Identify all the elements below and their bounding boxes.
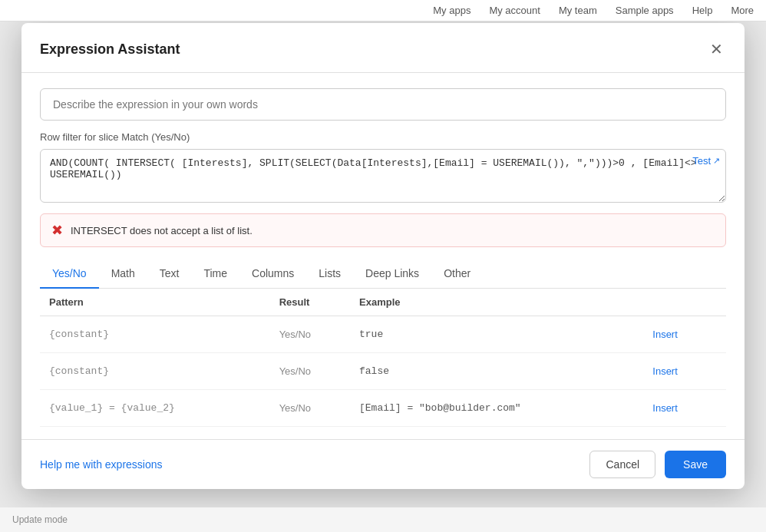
nav-my-apps[interactable]: My apps bbox=[433, 5, 470, 16]
modal-header: Expression Assistant ✕ bbox=[21, 23, 745, 73]
test-label: Test bbox=[692, 155, 711, 167]
expression-assistant-modal: Expression Assistant ✕ Row filter for sl… bbox=[21, 23, 745, 489]
col-action bbox=[637, 289, 726, 316]
expression-textarea[interactable]: AND(COUNT( INTERSECT( [Interests], SPLIT… bbox=[40, 149, 726, 203]
modal-footer: Help me with expressions Cancel Save bbox=[21, 439, 745, 489]
pattern-cell: {value_1} = {value_2} bbox=[40, 390, 270, 427]
table-row: {constant} Yes/No false Insert bbox=[40, 353, 726, 390]
table-row: {value_1} = {value_2} Yes/No [Email] = "… bbox=[40, 390, 726, 427]
tab-text[interactable]: Text bbox=[147, 259, 192, 289]
error-icon: ✖ bbox=[51, 222, 63, 239]
tab-math[interactable]: Math bbox=[99, 259, 147, 289]
col-pattern: Pattern bbox=[40, 289, 270, 316]
col-example: Example bbox=[350, 289, 637, 316]
footer-actions: Cancel Save bbox=[589, 451, 726, 478]
tabs-bar: Yes/No Math Text Time Columns Lists Deep… bbox=[40, 259, 726, 289]
modal-title: Expression Assistant bbox=[40, 41, 180, 58]
tab-other[interactable]: Other bbox=[431, 259, 483, 289]
tab-time[interactable]: Time bbox=[191, 259, 239, 289]
nav-my-account[interactable]: My account bbox=[489, 5, 540, 16]
expression-area-wrapper: AND(COUNT( INTERSECT( [Interests], SPLIT… bbox=[40, 149, 726, 206]
bottom-bar: Update mode bbox=[0, 507, 766, 532]
external-link-icon: ↗ bbox=[713, 156, 720, 166]
result-cell: Yes/No bbox=[270, 316, 350, 353]
test-link[interactable]: Test ↗ bbox=[692, 155, 720, 167]
insert-button-2[interactable]: Insert bbox=[646, 399, 684, 417]
nav-more[interactable]: More bbox=[731, 5, 754, 16]
patterns-table: Pattern Result Example {constant} Yes/No… bbox=[40, 289, 726, 427]
nav-sample-apps[interactable]: Sample apps bbox=[616, 5, 674, 16]
save-button[interactable]: Save bbox=[665, 451, 726, 478]
modal-body: Row filter for slice Match (Yes/No) AND(… bbox=[21, 73, 745, 439]
pattern-cell: {constant} bbox=[40, 353, 270, 390]
table-row: {constant} Yes/No true Insert bbox=[40, 316, 726, 353]
help-link[interactable]: Help me with expressions bbox=[40, 458, 163, 471]
nav-help[interactable]: Help bbox=[692, 5, 713, 16]
col-result: Result bbox=[270, 289, 350, 316]
example-cell: true bbox=[350, 316, 637, 353]
tab-columns[interactable]: Columns bbox=[239, 259, 306, 289]
insert-button-0[interactable]: Insert bbox=[646, 325, 684, 343]
pattern-cell: {constant} bbox=[40, 316, 270, 353]
close-button[interactable]: ✕ bbox=[707, 38, 726, 60]
cancel-button[interactable]: Cancel bbox=[589, 451, 655, 478]
update-mode-label: Update mode bbox=[12, 514, 68, 525]
top-nav: My apps My account My team Sample apps H… bbox=[0, 0, 766, 21]
error-box: ✖ INTERSECT does not accept a list of li… bbox=[40, 213, 726, 247]
patterns-table-container: Pattern Result Example {constant} Yes/No… bbox=[40, 289, 726, 427]
result-cell: Yes/No bbox=[270, 390, 350, 427]
row-filter-label: Row filter for slice Match (Yes/No) bbox=[40, 131, 726, 143]
tab-deep-links[interactable]: Deep Links bbox=[353, 259, 431, 289]
tab-yes-no[interactable]: Yes/No bbox=[40, 259, 99, 289]
error-text: INTERSECT does not accept a list of list… bbox=[71, 225, 253, 236]
describe-expression-input[interactable] bbox=[40, 88, 726, 121]
example-cell: false bbox=[350, 353, 637, 390]
result-cell: Yes/No bbox=[270, 353, 350, 390]
example-cell: [Email] = "bob@builder.com" bbox=[350, 390, 637, 427]
nav-my-team[interactable]: My team bbox=[559, 5, 597, 16]
tab-lists[interactable]: Lists bbox=[306, 259, 353, 289]
insert-button-1[interactable]: Insert bbox=[646, 362, 684, 380]
